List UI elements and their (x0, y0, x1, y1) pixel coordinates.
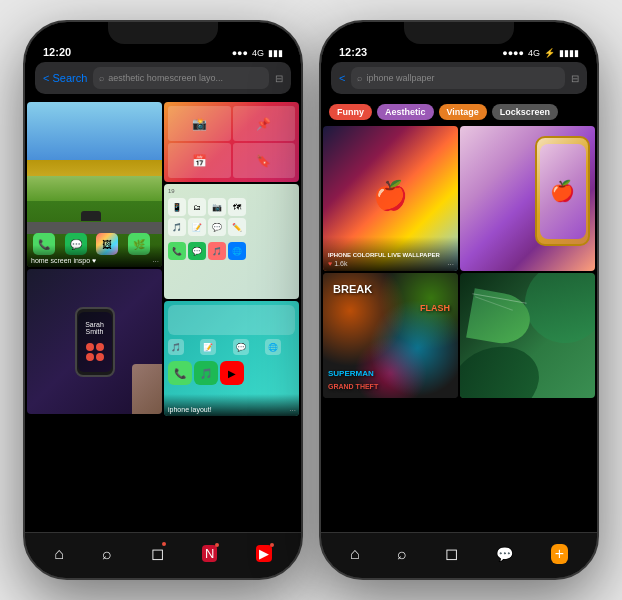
status-time-1: 12:20 (43, 46, 71, 58)
nav-dot-3 (270, 543, 274, 547)
org-icon3: 📷 (208, 198, 226, 216)
hand-silhouette (132, 364, 162, 414)
heart-icon-2: ♥ (328, 260, 332, 267)
dark-phone-content: Sarah Smith (27, 269, 162, 414)
graffiti-text4: GRAND THEFT (328, 383, 378, 390)
mini-screen: Sarah Smith (78, 312, 112, 372)
card-colorful-live[interactable]: 🍎 IPHONE COLORFUL LIVE WALLPAPER ♥ 1.6k … (323, 126, 458, 271)
grid-col-left-1: 📞 💬 🖼 🌿 home screen inspo ♥ ... (27, 102, 162, 530)
notch-1 (108, 22, 218, 44)
status-time-2: 12:23 (339, 46, 367, 58)
card-live-dots[interactable]: ... (447, 258, 454, 267)
nav-home-1[interactable]: ⌂ (54, 545, 64, 563)
phone-1-screen: 12:20 ●●● 4G ▮▮▮ < Search ⌕ aesthetic ho… (25, 22, 301, 578)
card-teal-dots[interactable]: ... (289, 404, 296, 413)
card-organized[interactable]: 19 📱 🗂 📷 🗺 🎵 📝 💬 ✏️ (164, 184, 299, 299)
nav-search-1[interactable]: ⌕ (102, 545, 112, 563)
search-input-2[interactable]: ⌕ iphone wallpaper (351, 67, 565, 89)
dock-safari: 🌐 (228, 242, 246, 260)
teal-icon1: 🎵 (168, 339, 184, 355)
home-icon-2: ⌂ (350, 545, 360, 563)
nav-inbox-1[interactable]: ◻ (151, 544, 164, 563)
dot1 (86, 343, 94, 351)
nav-app-2[interactable]: 💬 (496, 546, 513, 562)
dock-msg: 💬 (188, 242, 206, 260)
marble-bg: 🍎 (460, 126, 595, 271)
notch-2 (404, 22, 514, 44)
bottom-nav-1: ⌂ ⌕ ◻ N ▶ (25, 532, 301, 578)
graffiti-text3: SUPERMAN (328, 369, 374, 378)
grid-col-right-1: 📸 📌 📅 🔖 19 📱 🗂 (164, 102, 299, 530)
status-icons-2: ●●●● 4G ⚡ ▮▮▮▮ (502, 48, 579, 58)
teal-icons: 🎵 📝 💬 🌐 (168, 339, 295, 355)
inbox-icon-1: ◻ (151, 544, 164, 563)
content-area-2: 🍎 IPHONE COLORFUL LIVE WALLPAPER ♥ 1.6k … (321, 124, 597, 532)
org-icon6: 📝 (188, 218, 206, 236)
filter-icon-1[interactable]: ⊟ (275, 73, 283, 84)
likes-count-2: 1.6k (334, 260, 347, 267)
leaf2 (460, 335, 549, 398)
search-bar-2[interactable]: < ⌕ iphone wallpaper ⊟ (331, 62, 587, 94)
nav-dot-1 (162, 542, 166, 546)
nav-home-2[interactable]: ⌂ (350, 545, 360, 563)
nav-search-2[interactable]: ⌕ (397, 545, 407, 563)
phone-1: 12:20 ●●● 4G ▮▮▮ < Search ⌕ aesthetic ho… (23, 20, 303, 580)
tag-funny-2[interactable]: Funny (329, 104, 372, 120)
org-dock: 📞 💬 🎵 🌐 (168, 242, 295, 260)
org-row2: 🎵 📝 💬 ✏️ (168, 218, 295, 236)
card-teal[interactable]: 🎵 📝 💬 🌐 📞 🎵 ▶ (164, 301, 299, 416)
nav-app2-1[interactable]: ▶ (256, 545, 272, 562)
tag-aesthetic-2[interactable]: Aesthetic (377, 104, 434, 120)
nav-inbox-2[interactable]: ◻ (445, 544, 458, 563)
graffiti-text2: FLASH (420, 303, 450, 313)
youtube-icon-1: ▶ (256, 545, 272, 562)
card-dark-phone[interactable]: Sarah Smith (27, 269, 162, 414)
org-icon5: 🎵 (168, 218, 186, 236)
teal-widget (168, 305, 295, 335)
search-text-2: iphone wallpaper (366, 73, 434, 83)
tag-lockscreen-2[interactable]: Lockscreen (492, 104, 558, 120)
signal-icon-2: ●●●● (502, 48, 524, 58)
card-graffiti[interactable]: BREAK FLASH SUPERMAN GRAND THEFT (323, 273, 458, 398)
tag-vintage-2[interactable]: Vintage (439, 104, 487, 120)
bottom-nav-2: ⌂ ⌕ ◻ 💬 + (321, 532, 597, 578)
card-tropical[interactable] (460, 273, 595, 398)
home-icon-1: ⌂ (54, 545, 64, 563)
search-text-1: aesthetic homescreen layo... (108, 73, 223, 83)
org-icon2: 🗂 (188, 198, 206, 216)
search-icon-2: ⌕ (357, 73, 362, 83)
nav-app1-1[interactable]: N (202, 545, 217, 562)
sarah-label: Sarah Smith (78, 319, 112, 337)
phone-2: 12:23 ●●●● 4G ⚡ ▮▮▮▮ < ⌕ iphone wallpape… (319, 20, 599, 580)
back-button-1[interactable]: < Search (43, 72, 87, 84)
org-icon1: 📱 (168, 198, 186, 216)
teal-icon2: 📝 (200, 339, 216, 355)
org-hs: 19 📱 🗂 📷 🗺 🎵 📝 💬 ✏️ (164, 184, 299, 299)
dot4 (96, 353, 104, 361)
iphone-xs-silhouette: 🍎 (535, 136, 590, 246)
beach-scene: 📞 💬 🖼 🌿 (27, 102, 162, 267)
control-dots (82, 339, 108, 365)
dock-phone: 📞 (168, 242, 186, 260)
graffiti-text1: BREAK (333, 283, 372, 295)
card-colorful-likes: ♥ 1.6k (328, 260, 453, 267)
card-beach[interactable]: 📞 💬 🖼 🌿 home screen inspo ♥ ... (27, 102, 162, 267)
signal-icon-1: ●●● (232, 48, 248, 58)
card-instagram[interactable]: 📸 📌 📅 🔖 (164, 102, 299, 182)
plus-icon-2: + (551, 544, 568, 564)
insta-icon2: 📌 (233, 106, 296, 141)
nav-plus-2[interactable]: + (551, 544, 568, 564)
card-beach-label: home screen inspo ♥ (27, 245, 162, 267)
battery-icon-1: ▮▮▮ (268, 48, 283, 58)
filter-icon-2[interactable]: ⊟ (571, 73, 579, 84)
card-beach-dots[interactable]: ... (152, 255, 159, 264)
dot3 (86, 353, 94, 361)
insta-icon3: 📅 (168, 143, 231, 178)
back-button-2[interactable]: < (339, 72, 345, 84)
search-bar-1[interactable]: < Search ⌕ aesthetic homescreen layo... … (35, 62, 291, 94)
search-input-1[interactable]: ⌕ aesthetic homescreen layo... (93, 67, 269, 89)
insta-grid: 📸 📌 📅 🔖 (164, 102, 299, 182)
teal-dock2: 🎵 (194, 361, 218, 385)
card-marble[interactable]: 🍎 (460, 126, 595, 271)
network-icon-2: 4G (528, 48, 540, 58)
